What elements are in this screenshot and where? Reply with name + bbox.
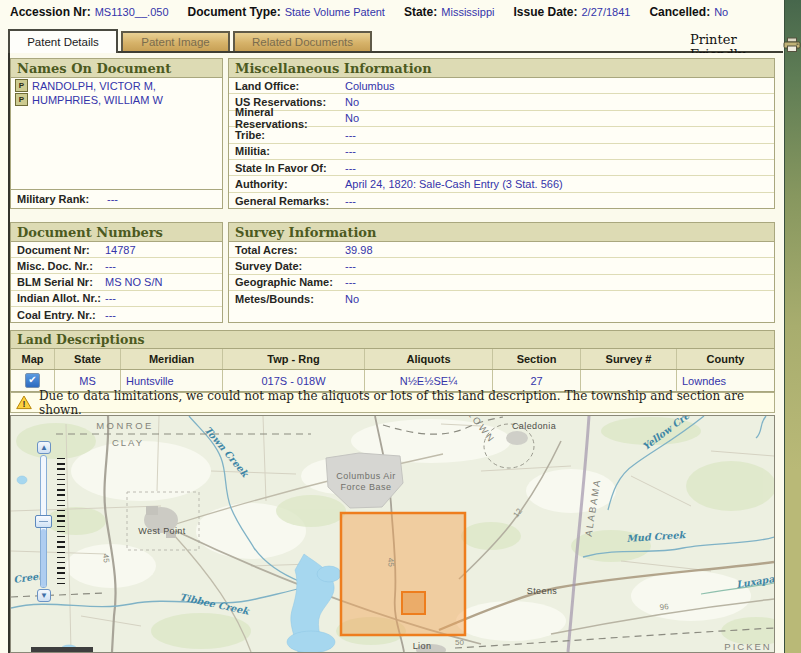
state-in-favor-value: --- [341, 162, 356, 174]
state-value: Mississippi [441, 6, 494, 18]
authority-value: April 24, 1820: Sale-Cash Entry (3 Stat.… [341, 178, 563, 190]
military-rank-value: --- [107, 193, 118, 205]
zoom-slider-ticks [57, 458, 65, 584]
metes-bounds-row: Metes/Bounds:No [229, 291, 774, 307]
warning-icon: ! [16, 395, 32, 410]
military-rank-label: Military Rank: [11, 193, 107, 205]
col-twp-rng: Twp - Rng [223, 349, 365, 369]
document-type-field: Document Type: State Volume Patent [188, 5, 385, 19]
land-description-map[interactable]: MONROE CLAY LOWN ALABAMA PICKEN Town Cre… [10, 415, 775, 653]
col-section: Section [493, 349, 581, 369]
land-office-row: Land Office:Columbus [229, 78, 774, 94]
mineral-reservations-row: Mineral Reservations:No [229, 111, 774, 127]
misc-doc-nr-value: --- [101, 260, 116, 272]
general-remarks-value: --- [341, 195, 356, 207]
document-nr-row: Document Nr:14787 [11, 242, 222, 258]
land-descriptions-title: Land Descriptions [11, 331, 774, 349]
svg-text:!: ! [23, 399, 26, 409]
misc-doc-nr-label: Misc. Doc. Nr.: [11, 260, 101, 272]
survey-date-value: --- [341, 260, 356, 272]
general-remarks-row: General Remarks:--- [229, 193, 774, 209]
col-map: Map [11, 349, 55, 369]
warning-text: Due to data limitations, we could not ma… [39, 389, 774, 417]
pickens-county-label: PICKEN [724, 641, 771, 652]
state-in-favor-label: State In Favor Of: [229, 162, 341, 174]
tab-related-documents[interactable]: Related Documents [233, 31, 372, 51]
columbus-afb-label-line1: Columbus Air [336, 471, 396, 481]
land-descriptions-section: Land Descriptions Map State Meridian Twp… [10, 330, 775, 392]
zoom-in-button[interactable]: ▲ [37, 441, 51, 454]
authority-label: Authority: [229, 178, 341, 190]
geographic-name-value: --- [341, 276, 356, 288]
militia-label: Militia: [229, 145, 341, 157]
document-numbers-title: Document Numbers [11, 223, 222, 242]
zoom-slider-thumb[interactable] [35, 515, 52, 528]
caledonia-label: Caledonia [512, 421, 556, 431]
document-nr-value: 14787 [101, 244, 136, 256]
coal-entry-nr-value: --- [101, 309, 116, 321]
total-acres-label: Total Acres: [229, 244, 341, 256]
metes-bounds-label: Metes/Bounds: [229, 293, 341, 305]
issue-date-label: Issue Date: [513, 5, 577, 19]
survey-information-title: Survey Information [229, 223, 774, 242]
section-highlight[interactable] [402, 592, 425, 614]
map-checkbox[interactable]: ✔ [25, 373, 40, 388]
geographic-name-row: Geographic Name:--- [229, 275, 774, 291]
us-reservations-value: No [341, 96, 359, 108]
blm-serial-nr-row: BLM Serial Nr:MS NO S/N [11, 274, 222, 290]
state-field: State: Mississippi [404, 5, 495, 19]
monroe-county-label: MONROE [96, 420, 154, 431]
misc-information-title: Miscellaneous Information [229, 59, 774, 78]
names-on-document-title: Names On Document [11, 59, 222, 78]
issue-date-value: 2/27/1841 [582, 6, 631, 18]
map-attribution-bar [31, 647, 93, 652]
accession-value: MS1130__.050 [95, 6, 169, 18]
map-zoom-slider[interactable]: ▲ ▼ [33, 441, 67, 606]
accession-field: Accession Nr: MS1130__.050 [10, 5, 169, 19]
state-in-favor-row: State In Favor Of:--- [229, 160, 774, 176]
tab-patent-details[interactable]: Patent Details [8, 29, 118, 53]
road-96-label: 96 [659, 602, 669, 612]
road-50-label: 50 [455, 638, 464, 647]
col-aliquots: Aliquots [365, 349, 493, 369]
issue-date-field: Issue Date: 2/27/1841 [513, 5, 630, 19]
document-summary-bar: Accession Nr: MS1130__.050 Document Type… [10, 5, 728, 19]
zoom-slider-fill [41, 529, 46, 587]
caledonia-urban [506, 431, 528, 445]
clay-county-label: CLAY [112, 437, 144, 448]
authority-row: Authority:April 24, 1820: Sale-Cash Entr… [229, 176, 774, 192]
state-label: State: [404, 5, 437, 19]
land-office-label: Land Office: [229, 80, 341, 92]
military-rank-row: Military Rank: --- [11, 189, 222, 208]
patentee-icon: P [15, 93, 28, 106]
tab-patent-image[interactable]: Patent Image [121, 31, 230, 51]
survey-date-label: Survey Date: [229, 260, 341, 272]
patentee-icon: P [15, 79, 28, 92]
names-on-document-section: Names On Document P RANDOLPH, VICTOR M, … [10, 58, 223, 209]
indian-allot-nr-label: Indian Allot. Nr.: [11, 292, 101, 304]
zoom-out-button[interactable]: ▼ [37, 589, 51, 602]
militia-row: Militia:--- [229, 144, 774, 160]
steens-label: Steens [527, 586, 558, 596]
survey-date-row: Survey Date:--- [229, 258, 774, 274]
col-county: County [677, 349, 774, 369]
indian-allot-nr-value: --- [101, 292, 116, 304]
map-canvas: MONROE CLAY LOWN ALABAMA PICKEN Town Cre… [11, 416, 774, 652]
cancelled-value: No [714, 6, 728, 18]
township-highlight[interactable] [341, 513, 465, 635]
patentee-link[interactable]: P HUMPHRIES, WILLIAM W [11, 92, 222, 106]
document-nr-label: Document Nr: [11, 244, 101, 256]
document-type-label: Document Type: [188, 5, 281, 19]
patentee-name: HUMPHRIES, WILLIAM W [32, 94, 163, 106]
militia-value: --- [341, 145, 356, 157]
metes-bounds-value: No [341, 293, 359, 305]
page-side-decoration [784, 0, 801, 653]
total-acres-value: 39.98 [341, 244, 373, 256]
mineral-reservations-label: Mineral Reservations: [229, 106, 341, 130]
survey-information-section: Survey Information Total Acres:39.98 Sur… [228, 222, 775, 323]
printer-icon [783, 37, 801, 57]
map-warning-banner: ! Due to data limitations, we could not … [10, 392, 775, 413]
coal-entry-nr-row: Coal Entry. Nr.:--- [11, 307, 222, 323]
document-type-value: State Volume Patent [285, 6, 385, 18]
patentee-link[interactable]: P RANDOLPH, VICTOR M, [11, 78, 222, 92]
